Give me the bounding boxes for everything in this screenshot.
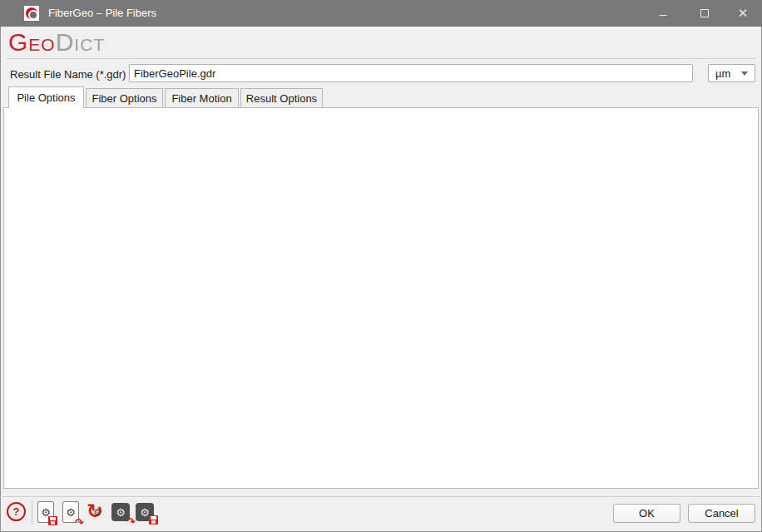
tab-fiber-options[interactable]: Fiber Options xyxy=(86,88,163,107)
maximize-icon[interactable] xyxy=(685,0,724,27)
result-file-label: Result File Name (*.gdr) xyxy=(10,68,126,81)
close-icon[interactable]: ✕ xyxy=(724,0,762,27)
load-settings-from-file-icon[interactable]: ⚙ ↷ xyxy=(62,501,79,523)
load-default-settings-icon[interactable]: ⚙ ↷ xyxy=(111,503,130,521)
gear-icon: ⚙ xyxy=(93,508,101,517)
ok-button[interactable]: OK xyxy=(613,504,680,523)
floppy-badge-icon xyxy=(48,516,57,525)
chevron-down-icon xyxy=(741,71,748,76)
unit-value: µm xyxy=(715,67,730,80)
gear-icon: ⚙ xyxy=(116,507,126,518)
pile-options-panel xyxy=(3,107,759,489)
unit-dropdown[interactable]: µm xyxy=(708,64,755,82)
gear-icon: ⚙ xyxy=(66,507,76,518)
floppy-badge-icon xyxy=(149,515,158,525)
geodict-logo: GeoDict xyxy=(8,28,105,57)
curved-arrow-icon: ↷ xyxy=(126,516,136,527)
save-default-settings-icon[interactable]: ⚙ xyxy=(136,503,154,521)
tab-pile-options[interactable]: Pile Options xyxy=(8,86,84,108)
title-bar: FiberGeo – Pile Fibers – ✕ xyxy=(0,0,762,27)
tab-fiber-motion[interactable]: Fiber Motion xyxy=(165,88,239,107)
help-icon[interactable]: ? xyxy=(7,502,26,521)
tab-result-options[interactable]: Result Options xyxy=(240,88,323,107)
save-settings-to-file-icon[interactable]: ⚙ xyxy=(37,501,54,523)
toolbar-separator xyxy=(32,500,32,524)
footer-separator xyxy=(0,496,762,497)
reload-settings-icon[interactable]: ↻ ⚙ xyxy=(87,502,108,524)
result-file-input[interactable] xyxy=(129,64,693,82)
app-icon xyxy=(24,6,39,21)
logo-separator xyxy=(7,58,755,59)
minimize-icon[interactable]: – xyxy=(644,0,682,27)
cancel-button[interactable]: Cancel xyxy=(688,504,755,523)
dialog-window: FiberGeo – Pile Fibers – ✕ GeoDict Resul… xyxy=(0,0,762,532)
curved-arrow-icon: ↷ xyxy=(75,517,84,528)
window-title: FiberGeo – Pile Fibers xyxy=(48,0,156,27)
